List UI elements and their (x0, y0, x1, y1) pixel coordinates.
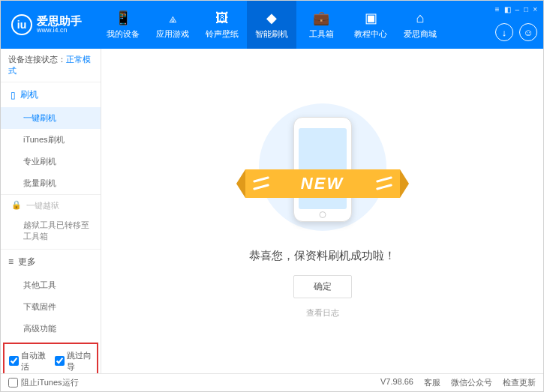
nav-ringtones-wallpapers[interactable]: 🖼铃声壁纸 (197, 1, 247, 49)
version-label: V7.98.66 (380, 377, 413, 388)
sidebar-item-advanced[interactable]: 高级功能 (1, 318, 101, 340)
checkbox-skip-guide[interactable]: 跳过向导 (55, 350, 93, 373)
support-link[interactable]: 客服 (424, 377, 440, 388)
tutorial-icon: ▣ (365, 10, 377, 26)
sidebar: 设备连接状态：正常模式 ▯刷机 一键刷机 iTunes刷机 专业刷机 批量刷机 … (1, 49, 101, 373)
nav-tutorials[interactable]: ▣教程中心 (346, 1, 395, 49)
nav-toolbox[interactable]: 💼工具箱 (296, 1, 346, 49)
lock-icon: 🔒 (11, 200, 22, 211)
maximize-icon[interactable]: □ (524, 5, 528, 13)
logo-section: iu 爱思助手 www.i4.cn (1, 14, 98, 35)
nav-my-device[interactable]: 📱我的设备 (98, 1, 148, 49)
account-button[interactable]: ☺ (519, 23, 537, 41)
jailbreak-note: 越狱工具已转移至工具箱 (1, 217, 101, 250)
phone-flash-icon: ▯ (11, 90, 16, 100)
sidebar-section-more[interactable]: ≡更多 (1, 250, 101, 274)
flash-icon: ◆ (266, 10, 277, 26)
sidebar-item-jailbreak: 🔒一键越狱 (1, 195, 101, 217)
wallpaper-icon: 🖼 (215, 10, 229, 26)
new-banner: NEW (245, 169, 400, 198)
sidebar-item-itunes-flash[interactable]: iTunes刷机 (1, 129, 101, 151)
skin-icon[interactable]: ◧ (504, 5, 511, 13)
sidebar-section-flash[interactable]: ▯刷机 (1, 82, 101, 107)
list-icon: ≡ (8, 256, 14, 267)
minimize-icon[interactable]: – (515, 5, 520, 13)
close-icon[interactable]: × (533, 5, 537, 13)
nav-bar: 📱我的设备 ⟁应用游戏 🖼铃声壁纸 ◆智能刷机 💼工具箱 ▣教程中心 ⌂爱思商城 (98, 1, 543, 49)
app-url: www.i4.cn (37, 27, 82, 34)
connection-status: 设备连接状态：正常模式 (1, 49, 101, 82)
store-icon: ⌂ (416, 10, 425, 26)
nav-apps-games[interactable]: ⟁应用游戏 (148, 1, 197, 49)
window-controls: ≡ ◧ – □ × (495, 5, 537, 13)
view-log-link[interactable]: 查看日志 (306, 307, 339, 319)
sidebar-item-batch-flash[interactable]: 批量刷机 (1, 172, 101, 195)
success-illustration: NEW (259, 103, 386, 231)
flash-options-highlight: 自动激活 跳过向导 (3, 343, 98, 373)
app-title: 爱思助手 (37, 15, 82, 28)
menu-icon[interactable]: ≡ (495, 5, 500, 13)
phone-icon: 📱 (115, 10, 131, 26)
apps-icon: ⟁ (169, 10, 177, 26)
app-header: iu 爱思助手 www.i4.cn 📱我的设备 ⟁应用游戏 🖼铃声壁纸 ◆智能刷… (1, 1, 543, 49)
wechat-link[interactable]: 微信公众号 (451, 377, 492, 388)
main-content: NEW 恭喜您，保资料刷机成功啦！ 确定 查看日志 (101, 49, 543, 373)
confirm-button[interactable]: 确定 (293, 275, 352, 298)
checkbox-block-itunes[interactable]: 阻止iTunes运行 (8, 377, 79, 388)
sidebar-item-pro-flash[interactable]: 专业刷机 (1, 151, 101, 172)
download-button[interactable]: ↓ (495, 23, 513, 41)
toolbox-icon: 💼 (313, 10, 329, 26)
nav-smart-flash[interactable]: ◆智能刷机 (247, 1, 296, 49)
sidebar-item-download-firmware[interactable]: 下载固件 (1, 296, 101, 318)
sidebar-item-other-tools[interactable]: 其他工具 (1, 274, 101, 296)
sidebar-item-oneclick-flash[interactable]: 一键刷机 (1, 107, 101, 129)
checkbox-auto-activate[interactable]: 自动激活 (9, 350, 47, 373)
check-update-link[interactable]: 检查更新 (503, 377, 536, 388)
logo-icon: iu (11, 14, 32, 35)
success-message: 恭喜您，保资料刷机成功啦！ (249, 249, 395, 263)
nav-store[interactable]: ⌂爱思商城 (395, 1, 445, 49)
status-bar: 阻止iTunes运行 V7.98.66 客服 微信公众号 检查更新 (1, 373, 543, 391)
